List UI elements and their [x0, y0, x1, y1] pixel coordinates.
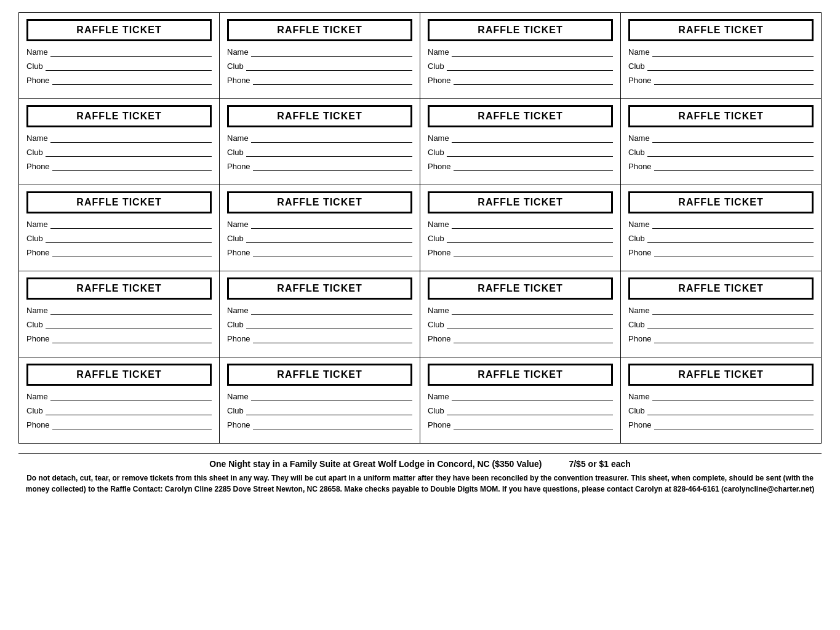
ticket-field: Club — [227, 320, 412, 329]
ticket-field: Phone — [227, 420, 412, 429]
ticket-field: Phone — [26, 76, 212, 85]
field-label: Name — [26, 134, 48, 143]
field-label: Name — [628, 134, 650, 143]
ticket-header: RAFFLE TICKET — [628, 19, 814, 41]
ticket-header: RAFFLE TICKET — [26, 277, 212, 300]
ticket-header: RAFFLE TICKET — [428, 277, 613, 300]
field-label: Name — [428, 134, 449, 143]
field-line — [454, 421, 613, 429]
ticket-field: Name — [628, 220, 814, 229]
field-label: Name — [628, 306, 650, 315]
field-label: Club — [26, 320, 43, 329]
field-label: Phone — [428, 162, 451, 171]
field-label: Club — [628, 62, 645, 71]
field-label: Club — [628, 234, 645, 243]
field-line — [647, 321, 814, 329]
ticket: RAFFLE TICKETNameClubPhone — [220, 357, 420, 444]
ticket-field: Club — [227, 148, 412, 157]
ticket-field: Club — [628, 320, 814, 329]
field-line — [447, 234, 613, 243]
field-label: Phone — [628, 76, 652, 85]
ticket: RAFFLE TICKETNameClubPhone — [220, 185, 420, 271]
ticket: RAFFLE TICKETNameClubPhone — [19, 13, 220, 99]
field-line — [50, 134, 212, 143]
field-label: Phone — [26, 334, 50, 343]
field-label: Phone — [227, 248, 250, 257]
field-line — [654, 162, 814, 171]
field-line — [652, 306, 814, 315]
ticket-field: Club — [428, 62, 613, 71]
field-label: Phone — [26, 76, 50, 85]
ticket-header: RAFFLE TICKET — [227, 364, 412, 386]
field-line — [253, 335, 412, 343]
ticket: RAFFLE TICKETNameClubPhone — [420, 185, 621, 271]
field-label: Name — [227, 134, 249, 143]
ticket-header: RAFFLE TICKET — [227, 19, 412, 41]
field-line — [46, 62, 212, 71]
ticket-field: Club — [26, 406, 212, 415]
field-label: Name — [227, 392, 249, 401]
ticket-header: RAFFLE TICKET — [628, 277, 814, 300]
ticket-field: Name — [227, 392, 412, 401]
field-label: Phone — [628, 420, 652, 429]
ticket-field: Name — [628, 47, 814, 57]
field-line — [246, 407, 412, 415]
field-line — [50, 48, 212, 57]
field-label: Club — [428, 62, 444, 71]
ticket-header: RAFFLE TICKET — [428, 19, 613, 41]
ticket-field: Club — [428, 406, 613, 415]
ticket-field: Phone — [227, 76, 412, 85]
ticket: RAFFLE TICKETNameClubPhone — [19, 271, 220, 357]
ticket: RAFFLE TICKETNameClubPhone — [621, 13, 822, 99]
ticket: RAFFLE TICKETNameClubPhone — [420, 99, 621, 185]
ticket-field: Club — [428, 234, 613, 243]
tickets-grid: RAFFLE TICKETNameClubPhoneRAFFLE TICKETN… — [18, 12, 822, 444]
field-line — [50, 306, 212, 315]
ticket-header: RAFFLE TICKET — [428, 364, 613, 386]
field-line — [452, 220, 613, 229]
field-line — [647, 407, 814, 415]
field-line — [452, 306, 613, 315]
field-line — [52, 76, 212, 85]
field-line — [246, 148, 412, 157]
ticket-header: RAFFLE TICKET — [26, 191, 212, 213]
field-line — [647, 234, 814, 243]
field-line — [447, 407, 613, 415]
ticket-field: Phone — [628, 248, 814, 257]
field-label: Phone — [26, 420, 50, 429]
ticket-field: Club — [428, 320, 613, 329]
ticket: RAFFLE TICKETNameClubPhone — [420, 271, 621, 357]
field-line — [253, 162, 412, 171]
field-label: Name — [428, 306, 449, 315]
ticket: RAFFLE TICKETNameClubPhone — [621, 271, 822, 357]
field-label: Club — [628, 320, 645, 329]
ticket-field: Phone — [428, 248, 613, 257]
field-label: Club — [26, 148, 43, 157]
ticket-field: Name — [26, 220, 212, 229]
ticket-header: RAFFLE TICKET — [227, 277, 412, 300]
ticket-field: Club — [26, 234, 212, 243]
field-label: Club — [227, 406, 244, 415]
field-line — [251, 393, 412, 401]
ticket-field: Name — [227, 220, 412, 229]
field-line — [454, 249, 613, 257]
field-line — [46, 234, 212, 243]
ticket: RAFFLE TICKETNameClubPhone — [19, 99, 220, 185]
field-line — [52, 249, 212, 257]
field-line — [647, 148, 814, 157]
ticket-field: Club — [628, 62, 814, 71]
field-line — [654, 249, 814, 257]
field-label: Name — [428, 392, 449, 401]
ticket-field: Phone — [227, 248, 412, 257]
field-label: Name — [227, 47, 249, 57]
ticket-field: Name — [428, 220, 613, 229]
field-label: Phone — [428, 248, 451, 257]
prize-text: One Night stay in a Family Suite at Grea… — [209, 459, 542, 469]
field-line — [246, 62, 412, 71]
field-line — [50, 393, 212, 401]
field-label: Name — [26, 47, 48, 57]
ticket-field: Phone — [628, 420, 814, 429]
field-line — [654, 335, 814, 343]
field-label: Club — [26, 234, 43, 243]
ticket: RAFFLE TICKETNameClubPhone — [220, 13, 420, 99]
